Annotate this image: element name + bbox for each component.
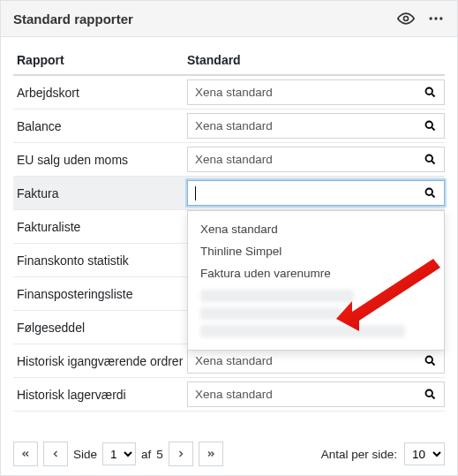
- table-row: Balance Xena standard: [13, 110, 445, 143]
- svg-point-10: [426, 189, 433, 196]
- dropdown-option[interactable]: Xena standard: [188, 218, 444, 240]
- standard-dropdown: Xena standard Thinline Simpel Faktura ud…: [187, 210, 445, 351]
- svg-point-0: [404, 17, 409, 21]
- table-row: EU salg uden moms Xena standard: [13, 143, 445, 177]
- search-icon: [424, 186, 437, 200]
- of-label: af: [141, 448, 151, 461]
- standard-select[interactable]: Xena standard: [187, 348, 445, 374]
- report-label: Arbejdskort: [13, 86, 187, 100]
- select-value: Xena standard: [195, 153, 273, 166]
- dropdown-option-blurred: [200, 307, 342, 320]
- svg-point-22: [426, 390, 433, 397]
- report-label: Følgeseddel: [13, 321, 187, 335]
- first-page-button[interactable]: [13, 442, 38, 466]
- panel-header: Standard rapporter: [1, 1, 457, 37]
- page-label: Side: [73, 448, 97, 461]
- search-icon: [424, 119, 437, 132]
- more-icon[interactable]: [427, 10, 445, 27]
- table-row: Historisk lagerværdi Xena standard: [13, 378, 445, 412]
- select-value: Xena standard: [195, 388, 273, 401]
- prev-page-button[interactable]: [43, 442, 68, 466]
- search-icon: [424, 354, 437, 367]
- pagination: Side 1 af 5: [13, 442, 223, 466]
- svg-line-9: [432, 161, 434, 163]
- svg-line-21: [432, 362, 434, 365]
- svg-line-23: [432, 396, 434, 398]
- dropdown-option[interactable]: Thinline Simpel: [188, 240, 444, 262]
- svg-point-6: [426, 122, 433, 129]
- dropdown-option-blurred: [200, 325, 405, 337]
- next-page-button[interactable]: [169, 442, 193, 466]
- search-icon: [424, 153, 437, 166]
- report-label: Balance: [13, 119, 187, 133]
- panel-title: Standard rapporter: [13, 11, 133, 26]
- column-header-report: Rapport: [13, 53, 187, 67]
- report-label: Historisk igangværende ordrer: [13, 354, 187, 368]
- page-select[interactable]: 1: [102, 442, 136, 465]
- dropdown-option-blurred: [200, 290, 354, 302]
- table-header: Rapport Standard: [13, 42, 445, 76]
- svg-line-7: [432, 127, 434, 130]
- svg-point-4: [426, 88, 433, 95]
- last-page-button[interactable]: [199, 442, 223, 466]
- svg-point-8: [426, 155, 433, 162]
- svg-point-20: [426, 357, 433, 364]
- per-page-label: Antal per side:: [321, 448, 397, 461]
- svg-point-2: [434, 17, 437, 19]
- report-label: Finansposteringsliste: [13, 287, 187, 301]
- report-label: Finanskonto statistik: [13, 253, 187, 268]
- report-label: EU salg uden moms: [13, 153, 187, 167]
- select-value: Xena standard: [195, 119, 273, 132]
- svg-line-5: [432, 94, 434, 96]
- svg-point-1: [430, 17, 432, 19]
- column-header-standard: Standard: [187, 53, 445, 67]
- svg-line-11: [432, 194, 434, 197]
- report-label: Fakturaliste: [13, 220, 187, 234]
- standard-select[interactable]: Xena standard: [187, 147, 445, 172]
- total-pages: 5: [156, 448, 163, 461]
- dropdown-option[interactable]: Faktura uden varenumre: [188, 262, 444, 284]
- search-icon: [424, 388, 437, 401]
- svg-point-3: [439, 17, 442, 19]
- eye-icon[interactable]: [397, 10, 415, 27]
- standard-search-input[interactable]: [196, 186, 424, 200]
- standard-select[interactable]: [187, 180, 445, 206]
- standard-select[interactable]: Xena standard: [187, 113, 445, 139]
- standard-select[interactable]: Xena standard: [187, 382, 445, 407]
- table-row: Faktura Xena standard Thinline Simpel Fa…: [13, 177, 445, 210]
- report-label: Historisk lagerværdi: [13, 388, 187, 402]
- report-label: Faktura: [13, 186, 187, 200]
- search-icon: [424, 86, 437, 99]
- select-value: Xena standard: [195, 354, 273, 367]
- per-page-select[interactable]: 10: [404, 442, 445, 465]
- table-row: Arbejdskort Xena standard: [13, 76, 445, 110]
- select-value: Xena standard: [195, 86, 273, 99]
- standard-select[interactable]: Xena standard: [187, 79, 445, 105]
